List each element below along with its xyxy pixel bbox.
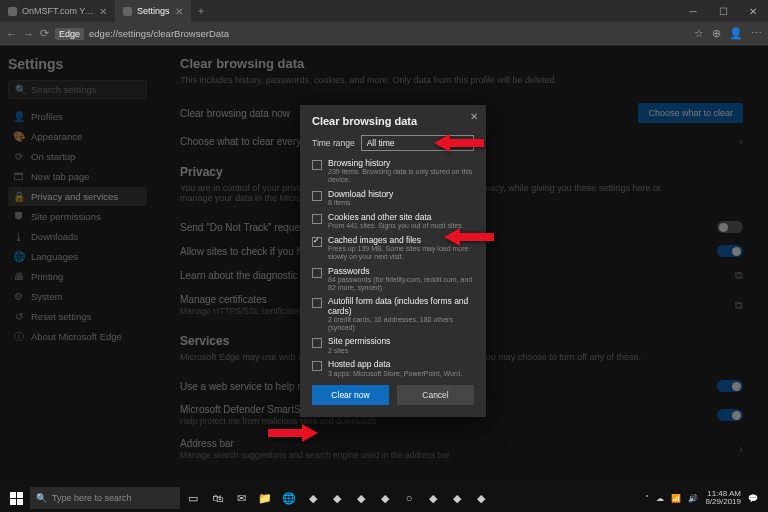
payment-check-toggle[interactable] [717,245,743,257]
app-icon[interactable]: ◆ [350,487,372,509]
dnt-label: Send "Do Not Track" requests [180,222,313,233]
start-button[interactable] [4,486,28,510]
close-window-button[interactable]: ✕ [738,0,768,22]
task-view-icon[interactable]: ▭ [182,487,204,509]
option-title: Site permissions [328,337,390,346]
nav-label: Site permissions [31,211,101,222]
mail-icon[interactable]: ✉ [230,487,252,509]
store-icon[interactable]: 🛍 [206,487,228,509]
nav-label: System [31,291,63,302]
checkbox[interactable] [312,160,322,170]
option-desc: 239 items. Browsing data is only stored … [328,168,474,183]
sidebar-item-site-permissions[interactable]: ⛊Site permissions [8,207,147,226]
url-field[interactable]: Edge edge://settings/clearBrowserData [55,28,688,40]
chevron-right-icon: › [739,443,743,455]
notifications-icon[interactable]: 💬 [748,494,758,503]
nav-icon: ⭳ [13,231,24,242]
checkbox[interactable] [312,191,322,201]
favorites-icon[interactable]: ☆ [694,27,704,40]
browser-tab[interactable]: OnMSFT.com Your top source f... ✕ [0,0,115,22]
minimize-button[interactable]: ─ [678,0,708,22]
sidebar-item-on-startup[interactable]: ⟳On startup [8,147,147,166]
option-desc: 8 items [328,199,393,207]
taskbar-search[interactable]: 🔍 Type here to search [30,487,180,509]
volume-icon[interactable]: 🔊 [688,494,698,503]
sidebar-item-languages[interactable]: 🌐Languages [8,247,147,266]
sidebar-item-privacy-and-services[interactable]: 🔒Privacy and services [8,187,147,206]
settings-sidebar: Settings 🔍 Search settings 👤Profiles🎨App… [0,46,155,484]
app-icon[interactable]: ◆ [446,487,468,509]
network-icon[interactable]: 📶 [671,494,681,503]
dnt-toggle[interactable] [717,221,743,233]
option-title: Autofill form data (includes forms and c… [328,297,474,316]
page-subtitle: This includes history, passwords, cookie… [180,75,743,85]
sidebar-item-new-tab-page[interactable]: 🗔New tab page [8,167,147,186]
clear-data-option[interactable]: Autofill form data (includes forms and c… [312,297,474,331]
smartscreen-toggle[interactable] [717,409,743,421]
clear-data-option[interactable]: Download history8 items [312,190,474,207]
clear-data-option[interactable]: Passwords84 passwords (for fidelity.com,… [312,267,474,292]
maximize-button[interactable]: ☐ [708,0,738,22]
addressbar-label[interactable]: Address bar [180,438,234,449]
app-icon[interactable]: ◆ [326,487,348,509]
nav-icon: 🔒 [13,191,24,202]
checkbox[interactable] [312,338,322,348]
collections-icon[interactable]: ⊕ [712,27,721,40]
windows-logo-icon [10,492,23,505]
clear-data-option[interactable]: Hosted app data3 apps: Microsoft Store, … [312,360,474,377]
back-button[interactable]: ← [6,28,17,40]
close-tab-icon[interactable]: ✕ [175,6,183,17]
svg-rect-5 [10,499,16,505]
browser-tab-active[interactable]: Settings ✕ [115,0,191,22]
explorer-icon[interactable]: 📁 [254,487,276,509]
app-icon[interactable]: ◆ [422,487,444,509]
system-tray[interactable]: ˄ ☁ 📶 🔊 11:48 AM 8/29/2019 💬 [645,490,764,506]
clear-data-option[interactable]: Browsing history239 items. Browsing data… [312,159,474,184]
edge-badge: Edge [55,28,84,40]
close-dialog-button[interactable]: ✕ [470,111,478,122]
windows-taskbar: 🔍 Type here to search ▭ 🛍 ✉ 📁 🌐 ◆ ◆ ◆ ◆ … [0,484,768,512]
nav-icon: ↺ [13,311,24,322]
sidebar-item-about-microsoft-edge[interactable]: ⓘAbout Microsoft Edge [8,327,147,346]
taskbar-clock[interactable]: 11:48 AM 8/29/2019 [705,490,741,506]
certs-label[interactable]: Manage certificates [180,294,267,305]
sidebar-item-appearance[interactable]: 🎨Appearance [8,127,147,146]
annotation-arrow [268,422,318,444]
close-tab-icon[interactable]: ✕ [99,6,107,17]
onedrive-icon[interactable]: ☁ [656,494,664,503]
nav-icon: ⓘ [13,331,24,342]
new-tab-button[interactable]: ＋ [191,4,211,18]
clear-data-option[interactable]: Site permissions2 sites [312,337,474,354]
clear-now-button[interactable]: Clear now [312,385,389,405]
sidebar-item-reset-settings[interactable]: ↺Reset settings [8,307,147,326]
sidebar-item-system[interactable]: ⚙System [8,287,147,306]
favicon [123,7,132,16]
cancel-button[interactable]: Cancel [397,385,474,405]
url-text: edge://settings/clearBrowserData [89,28,229,39]
webservice-toggle[interactable] [717,380,743,392]
time-range-label: Time range [312,138,355,148]
checkbox[interactable] [312,361,322,371]
edge-icon[interactable]: 🌐 [278,487,300,509]
app-icon[interactable]: ◆ [470,487,492,509]
checkbox[interactable] [312,268,322,278]
checkbox[interactable] [312,214,322,224]
sidebar-item-printing[interactable]: 🖶Printing [8,267,147,286]
refresh-button[interactable]: ⟳ [40,27,49,40]
tray-chevron-icon[interactable]: ˄ [645,494,649,503]
checkbox[interactable] [312,237,322,247]
nav-icon: 🎨 [13,131,24,142]
choose-what-button[interactable]: Choose what to clear [638,103,743,123]
sidebar-item-profiles[interactable]: 👤Profiles [8,107,147,126]
external-link-icon: ⧉ [735,299,743,312]
checkbox[interactable] [312,298,322,308]
search-icon: 🔍 [15,84,27,95]
sidebar-item-downloads[interactable]: ⭳Downloads [8,227,147,246]
settings-search[interactable]: 🔍 Search settings [8,80,147,99]
profile-icon[interactable]: 👤 [729,27,743,40]
app-icon[interactable]: ◆ [302,487,324,509]
app-icon[interactable]: ◆ [374,487,396,509]
forward-button[interactable]: → [23,28,34,40]
cortana-icon[interactable]: ○ [398,487,420,509]
menu-icon[interactable]: ⋯ [751,27,762,40]
